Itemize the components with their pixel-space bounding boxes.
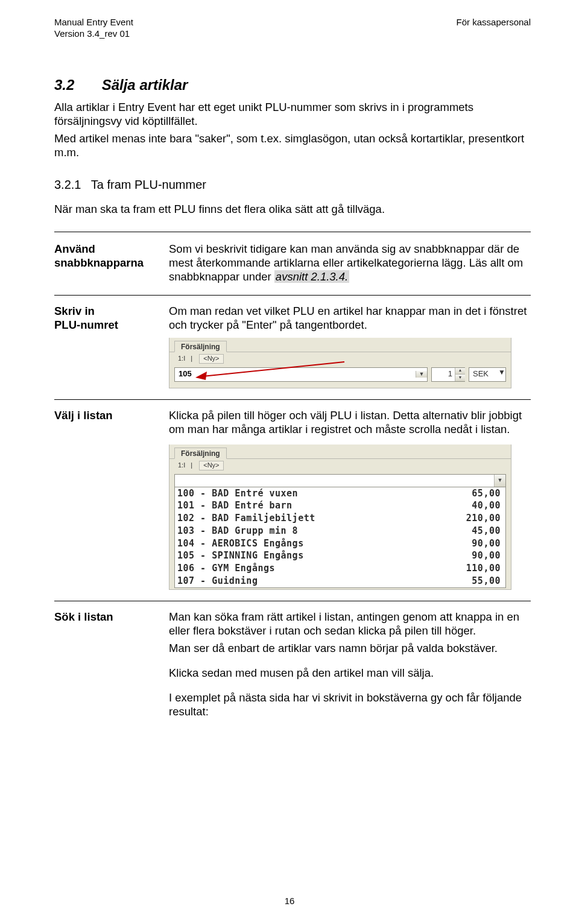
list-item-name: 103 - BAD Grupp min 8 (177, 525, 298, 537)
field-row: 105 ▼ 1 ▲ ▼ SEK ▼ (169, 367, 511, 382)
list-item-price: 65,00 (472, 488, 501, 499)
list-item-name: 105 - SPINNING Engångs (177, 550, 304, 562)
row-text: Klicka sedan med musen på den artikel ma… (169, 666, 531, 680)
section-number: 3.2 (54, 76, 98, 94)
status-line: 1:I | <Ny> (169, 352, 511, 367)
audience: För kassapersonal (457, 17, 531, 28)
plu-listbox[interactable]: 100 - BAD Entré vuxen65,00101 - BAD Entr… (174, 487, 506, 588)
separator: | (191, 355, 192, 362)
row-sok-listan: Sök i listan Man kan söka fram rätt arti… (54, 610, 531, 723)
divider (54, 601, 531, 601)
list-item[interactable]: 100 - BAD Entré vuxen65,00 (175, 487, 505, 500)
screenshot-plu-entry: Försäljning 1:I | <Ny> 105 ▼ 1 ▲ ▼ (169, 338, 511, 388)
header-right: För kassapersonal (457, 17, 531, 40)
plu-combo[interactable]: 105 ▼ (174, 367, 428, 382)
currency-combo[interactable]: SEK ▼ (469, 367, 506, 382)
subsection-paragraph: När man ska ta fram ett PLU finns det fl… (54, 202, 531, 216)
separator: | (191, 461, 192, 469)
new-indicator: <Ny> (199, 461, 223, 470)
row-label: Välj i listan (54, 408, 157, 422)
label-line: Använd (54, 242, 157, 256)
row-label: Sök i listan (54, 610, 157, 624)
status-prefix: 1:I (178, 355, 185, 362)
label-line: Skriv in (54, 304, 157, 318)
plu-input[interactable] (175, 475, 494, 487)
section-heading: 3.2 Sälja artiklar (54, 76, 531, 94)
list-item[interactable]: 105 - SPINNING Engångs90,00 (175, 549, 505, 562)
divider (54, 295, 531, 296)
page-number: 16 (0, 896, 579, 907)
list-item-price: 40,00 (472, 500, 501, 511)
row-text: Om man redan vet vilket PLU en artikel h… (169, 304, 531, 332)
row-label: Använd snabbknapparna (54, 242, 157, 270)
label-line: Välj i listan (54, 408, 157, 422)
row-content: Om man redan vet vilket PLU en artikel h… (169, 304, 531, 388)
highlight-ref: avsnitt 2.1.3.4. (274, 270, 349, 283)
label-line: PLU-numret (54, 318, 157, 332)
divider (54, 232, 531, 232)
subsection-heading: 3.2.1 Ta fram PLU-nummer (54, 177, 531, 192)
label-line: Sök i listan (54, 610, 157, 624)
section-title-text: Sälja artiklar (102, 77, 188, 93)
list-item-name: 101 - BAD Entré barn (177, 500, 293, 511)
row-content: Klicka på pilen till höger och välj PLU … (169, 408, 531, 590)
subsection-number: 3.2.1 (54, 178, 81, 191)
row-text: I exemplet på nästa sida har vi skrivit … (169, 691, 531, 718)
list-item-price: 210,00 (466, 513, 501, 524)
plu-combo[interactable]: ▼ (174, 474, 506, 487)
list-item-name: 102 - BAD Familjebiljett (177, 513, 315, 524)
list-item-name: 107 - Guidning (177, 575, 258, 587)
tab-strip: Försäljning (169, 445, 511, 459)
list-item[interactable]: 107 - Guidning55,00 (175, 575, 505, 587)
list-item-price: 110,00 (466, 563, 501, 574)
screenshot-plu-list: Försäljning 1:I | <Ny> ▼ 100 - BAD Entré… (169, 445, 511, 590)
chevron-up-icon[interactable]: ▲ (455, 368, 465, 375)
status-line: 1:I | <Ny> (169, 459, 511, 474)
row-valj-listan: Välj i listan Klicka på pilen till höger… (54, 408, 531, 590)
currency-value: SEK (469, 368, 498, 381)
list-item[interactable]: 106 - GYM Engångs110,00 (175, 562, 505, 575)
row-skriv-plu: Skriv in PLU-numret Om man redan vet vil… (54, 304, 531, 388)
row-text: Man kan söka fram rätt artikel i listan,… (169, 610, 531, 638)
list-item-name: 104 - AEROBICS Engångs (177, 538, 304, 549)
manual-title: Manual Entry Event (54, 17, 133, 28)
row-label: Skriv in PLU-numret (54, 304, 157, 332)
plu-input[interactable]: 105 (175, 369, 416, 379)
quantity-stepper[interactable]: 1 ▲ ▼ (431, 367, 465, 382)
chevron-down-icon[interactable]: ▼ (494, 475, 505, 487)
chevron-down-icon[interactable]: ▼ (416, 371, 427, 378)
section-paragraph-1: Alla artiklar i Entry Event har ett eget… (54, 100, 531, 128)
row-content: Man kan söka fram rätt artikel i listan,… (169, 610, 531, 723)
divider (54, 399, 531, 400)
chevron-down-icon[interactable]: ▼ (455, 375, 465, 381)
header-left: Manual Entry Event Version 3.4_rev 01 (54, 17, 133, 40)
list-item-name: 106 - GYM Engångs (177, 563, 275, 574)
row-text: Man ser då enbart de artiklar vars namn … (169, 641, 531, 655)
page-header: Manual Entry Event Version 3.4_rev 01 Fö… (54, 17, 531, 40)
section-paragraph-2: Med artikel menas inte bara "saker", som… (54, 131, 531, 159)
row-text: Klicka på pilen till höger och välj PLU … (169, 408, 531, 436)
list-item-price: 90,00 (472, 550, 501, 562)
list-item-price: 55,00 (472, 575, 501, 587)
manual-version: Version 3.4_rev 01 (54, 28, 133, 40)
tab-strip: Försäljning (169, 338, 511, 352)
list-item-name: 100 - BAD Entré vuxen (177, 488, 298, 499)
new-indicator: <Ny> (199, 354, 223, 364)
list-item[interactable]: 104 - AEROBICS Engångs90,00 (175, 537, 505, 550)
list-item-price: 45,00 (472, 525, 501, 537)
chevron-down-icon[interactable]: ▼ (498, 368, 505, 381)
quantity-value[interactable]: 1 (432, 368, 455, 381)
list-item[interactable]: 103 - BAD Grupp min 845,00 (175, 525, 505, 537)
list-item[interactable]: 102 - BAD Familjebiljett210,00 (175, 512, 505, 525)
row-content: Som vi beskrivit tidigare kan man använd… (169, 242, 531, 283)
tab-forsaljning[interactable]: Försäljning (174, 448, 227, 459)
tab-forsaljning[interactable]: Försäljning (174, 341, 227, 352)
subsection-title: Ta fram PLU-nummer (91, 178, 206, 191)
row-snabbknappar: Använd snabbknapparna Som vi beskrivit t… (54, 242, 531, 283)
status-prefix: 1:I (178, 461, 185, 469)
label-line: snabbknapparna (54, 256, 157, 270)
list-item[interactable]: 101 - BAD Entré barn40,00 (175, 499, 505, 512)
list-item-price: 90,00 (472, 538, 501, 549)
